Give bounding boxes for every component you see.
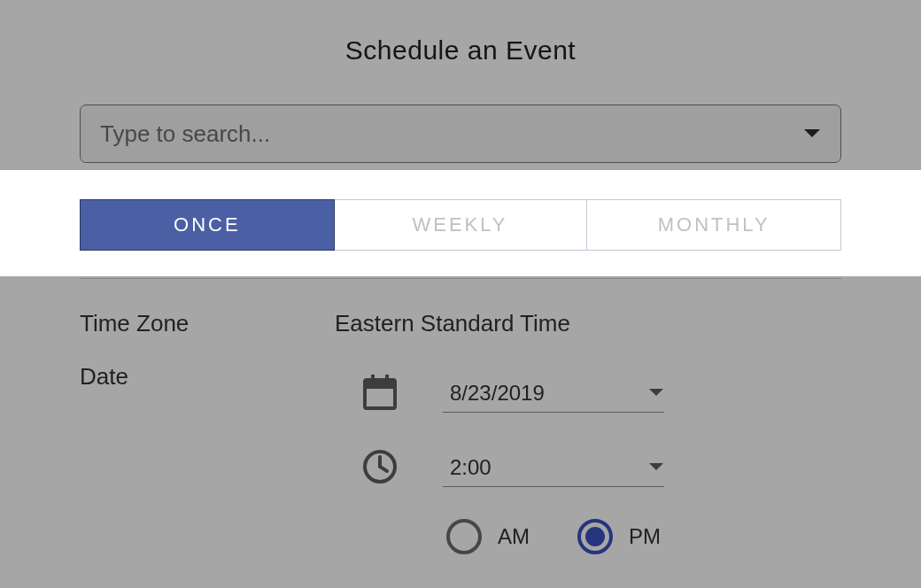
page-title: Schedule an Event: [0, 35, 921, 66]
timezone-label: Time Zone: [80, 310, 189, 337]
svg-rect-3: [385, 375, 389, 383]
tab-once[interactable]: ONCE: [80, 199, 335, 251]
pm-label: PM: [629, 524, 661, 549]
svg-rect-2: [371, 375, 375, 383]
chevron-down-icon: [803, 128, 821, 139]
clock-icon: [361, 448, 399, 485]
chevron-down-icon: [648, 462, 664, 472]
am-radio[interactable]: AM: [446, 519, 530, 554]
pm-radio[interactable]: PM: [577, 519, 661, 554]
timezone-value: Eastern Standard Time: [335, 310, 570, 337]
calendar-icon: [361, 374, 399, 411]
time-select[interactable]: 2:00: [443, 448, 664, 487]
ampm-group: AM PM: [446, 519, 661, 554]
search-input[interactable]: Type to search...: [100, 120, 803, 148]
date-select[interactable]: 8/23/2019: [443, 374, 664, 413]
search-combobox[interactable]: Type to search...: [80, 104, 841, 163]
tab-monthly[interactable]: MONTHLY: [587, 200, 840, 250]
tab-weekly[interactable]: WEEKLY: [334, 200, 588, 250]
radio-icon: [446, 519, 482, 554]
date-value: 8/23/2019: [450, 381, 648, 406]
chevron-down-icon: [648, 388, 664, 398]
svg-rect-1: [365, 380, 395, 389]
am-label: AM: [498, 524, 530, 549]
date-label: Date: [80, 363, 128, 391]
radio-icon: [577, 519, 613, 554]
time-value: 2:00: [450, 455, 648, 480]
frequency-tabs: ONCE WEEKLY MONTHLY: [80, 199, 841, 251]
divider: [80, 278, 841, 279]
